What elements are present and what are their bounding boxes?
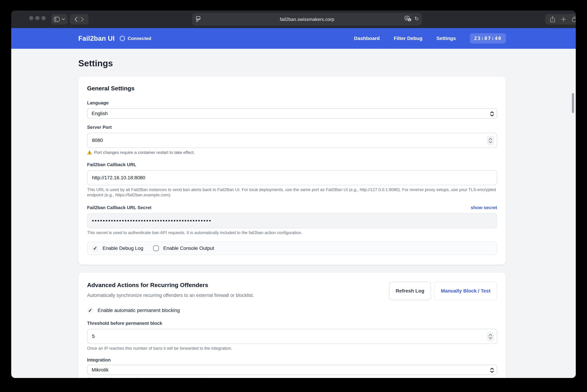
refresh-log-button[interactable]: Refresh Log — [389, 282, 431, 300]
page-settings-icon[interactable] — [196, 16, 201, 22]
history-nav — [70, 14, 89, 24]
advanced-actions-description: Automatically synchronize recurring offe… — [87, 293, 254, 298]
callback-url-help: This URL is used by all Fail2Ban instanc… — [87, 187, 497, 198]
threshold-help: Once an IP reaches this number of bans i… — [87, 346, 497, 351]
nav-link-dashboard[interactable]: Dashboard — [354, 36, 380, 41]
spinner-down-icon — [489, 337, 492, 339]
show-secret-link[interactable]: show secret — [471, 205, 497, 210]
console-output-checkbox[interactable] — [153, 245, 159, 251]
new-tab-icon[interactable] — [561, 17, 566, 22]
back-icon[interactable] — [75, 17, 78, 22]
server-port-field-wrap — [87, 133, 497, 148]
connection-status: Connected — [120, 36, 151, 41]
zoom-window-button[interactable] — [42, 16, 46, 20]
integration-select[interactable]: Mikrotik — [87, 365, 497, 375]
toolbar-actions — [545, 14, 576, 24]
server-port-input[interactable] — [87, 133, 497, 148]
console-output-label: Enable Console Output — [163, 246, 214, 251]
select-chevrons-icon — [490, 368, 494, 373]
debug-log-checkbox[interactable]: ✓ — [92, 245, 98, 252]
toolbar-divider — [79, 16, 79, 22]
language-label: Language — [87, 100, 497, 106]
address-bar[interactable]: fail2ban.swissmakers.corp A x ↻ — [192, 13, 422, 26]
manually-block-test-button[interactable]: Manually Block / Test — [434, 282, 497, 300]
nav-link-settings[interactable]: Settings — [436, 36, 456, 41]
translate-icon[interactable]: A x — [405, 16, 411, 22]
status-label: Connected — [128, 36, 151, 41]
browser-window: fail2ban.swissmakers.corp A x ↻ — [11, 10, 576, 378]
tab-overview-icon[interactable] — [572, 16, 576, 22]
minimize-window-button[interactable] — [35, 16, 40, 20]
check-icon: ✓ — [88, 308, 92, 314]
port-warning-text: Port changes require a container restart… — [94, 150, 195, 155]
autoblock-label: Enable automatic permanent blocking — [98, 308, 180, 313]
callback-secret-label: Fail2ban Callback URL Secret — [87, 205, 152, 210]
advanced-actions-card: Advanced Actions for Recurring Offenders… — [78, 272, 506, 378]
callback-secret-input[interactable] — [87, 213, 497, 228]
general-settings-heading: General Settings — [87, 85, 497, 92]
spinner-up-icon — [489, 334, 492, 336]
language-select[interactable]: English — [87, 108, 497, 118]
status-ring-icon — [120, 36, 125, 41]
spinner-up-icon — [489, 138, 492, 140]
language-value: English — [92, 111, 108, 116]
app-navbar: Fail2ban UI Connected Dashboard Filter D… — [11, 28, 576, 49]
sidebar-icon — [54, 17, 60, 22]
scrollbar-thumb[interactable] — [572, 93, 574, 113]
log-options-bar: ✓ Enable Debug Log Enable Console Output — [87, 242, 497, 255]
integration-label: Integration — [87, 357, 497, 363]
close-window-button[interactable] — [29, 16, 33, 20]
chevron-down-icon — [62, 18, 65, 20]
page-content: Settings General Settings Language Engli… — [11, 49, 576, 378]
reload-icon[interactable]: ↻ — [414, 16, 419, 22]
callback-url-field-wrap — [87, 170, 497, 185]
callback-url-label: Fail2ban Callback URL — [87, 162, 497, 168]
callback-secret-field-wrap — [87, 213, 497, 228]
threshold-input[interactable] — [87, 329, 497, 344]
check-icon: ✓ — [93, 246, 97, 251]
share-icon[interactable] — [550, 16, 555, 22]
debug-log-label: Enable Debug Log — [103, 246, 143, 251]
warning-icon — [87, 150, 92, 155]
clock-badge: 23:07:40 — [470, 33, 506, 44]
server-port-label: Server Port — [87, 124, 497, 130]
general-settings-card: General Settings Language English Server… — [78, 76, 506, 265]
svg-text:x: x — [409, 18, 410, 21]
svg-text:A: A — [406, 17, 408, 20]
callback-url-input[interactable] — [87, 170, 497, 185]
nav-link-filter-debug[interactable]: Filter Debug — [394, 36, 422, 41]
callback-secret-help: This secret is used to authenticate ban … — [87, 230, 497, 235]
port-warning: Port changes require a container restart… — [87, 150, 497, 155]
threshold-field-wrap — [87, 329, 497, 344]
window-controls — [29, 16, 46, 20]
threshold-label: Threshold before permanent block — [87, 320, 497, 326]
page-title: Settings — [78, 49, 506, 68]
number-spinner[interactable] — [487, 136, 494, 146]
app-brand: Fail2ban UI — [78, 35, 115, 42]
select-chevrons-icon — [490, 111, 494, 116]
integration-help: Choose the firewall or appliance where p… — [87, 377, 497, 378]
sidebar-toggle-button[interactable] — [51, 14, 68, 24]
forward-icon[interactable] — [81, 17, 84, 22]
advanced-actions-heading: Advanced Actions for Recurring Offenders — [87, 282, 254, 288]
browser-toolbar: fail2ban.swissmakers.corp A x ↻ — [11, 10, 576, 28]
integration-value: Mikrotik — [92, 367, 109, 373]
desktop: fail2ban.swissmakers.corp A x ↻ — [0, 0, 587, 392]
url-text: fail2ban.swissmakers.corp — [280, 17, 334, 22]
number-spinner[interactable] — [487, 332, 494, 342]
autoblock-checkbox[interactable]: ✓ — [87, 307, 93, 314]
spinner-down-icon — [489, 141, 492, 143]
